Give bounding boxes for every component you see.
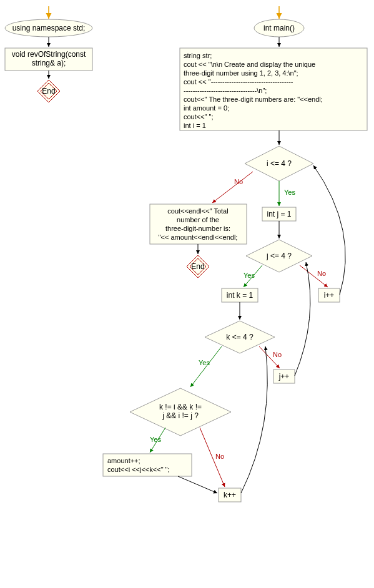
svg-text:j <= 4 ?: j <= 4 ? [266, 252, 292, 260]
main-branch: int main() string str; cout << "\n\n Cre… [103, 6, 367, 502]
namespace-text: using namespace std; [12, 24, 86, 32]
svg-text:int j = 1: int j = 1 [267, 210, 291, 218]
svg-text:cout<<i <<j<<k<<" ";: cout<<i <<j<<k<<" "; [107, 466, 170, 473]
svg-text:three-digit-number is:: three-digit-number is: [165, 225, 230, 232]
svg-text:cout << "\n\n Create and displ: cout << "\n\n Create and display the uni… [184, 61, 315, 68]
svg-text:amount++;: amount++; [107, 457, 140, 464]
svg-text:Yes: Yes [150, 436, 161, 443]
svg-text:i++: i++ [324, 291, 335, 300]
svg-text:i <= 4 ?: i <= 4 ? [267, 159, 292, 168]
svg-text:No: No [273, 351, 282, 358]
svg-text:No: No [234, 178, 243, 185]
svg-text:End: End [191, 262, 204, 271]
svg-text:cout<<" The three-digit number: cout<<" The three-digit numbers are: "<<… [184, 96, 323, 103]
svg-text:int main(): int main() [263, 24, 295, 32]
svg-text:cout<<endl<<" Total: cout<<endl<<" Total [167, 207, 228, 215]
svg-text:cout << "---------------------: cout << "-------------------------------… [184, 78, 293, 86]
svg-text:j++: j++ [278, 372, 290, 381]
svg-text:number of the: number of the [177, 216, 219, 223]
svg-text:k != i && k !=: k != i && k != [159, 403, 202, 411]
svg-text:k++: k++ [224, 491, 236, 499]
svg-text:string& a);: string& a); [32, 59, 66, 67]
svg-text:Yes: Yes [244, 272, 255, 279]
svg-text:cout<<" ";: cout<<" "; [184, 113, 214, 120]
svg-text:three-digit number using 1, 2,: three-digit number using 1, 2, 3, 4:\n"; [184, 69, 298, 77]
svg-text:int k = 1: int k = 1 [227, 291, 253, 300]
svg-text:Yes: Yes [199, 359, 210, 366]
svg-text:string str;: string str; [184, 52, 212, 59]
left-branch: using namespace std; void revOfString(co… [5, 6, 92, 102]
left-end: End [37, 80, 60, 102]
svg-text:No: No [317, 270, 326, 277]
main-end: End [187, 255, 209, 278]
svg-text:int i = 1: int i = 1 [184, 122, 206, 129]
svg-text:No: No [215, 453, 224, 460]
svg-text:j && i != j ?: j && i != j ? [162, 411, 199, 420]
svg-text:int amount = 0;: int amount = 0; [184, 104, 229, 112]
svg-text:k <= 4 ?: k <= 4 ? [226, 333, 253, 341]
svg-text:"<< amount<<endl<<endl;: "<< amount<<endl<<endl; [159, 233, 238, 241]
svg-text:void revOfString(const: void revOfString(const [12, 50, 86, 59]
svg-text:End: End [42, 87, 55, 96]
svg-text:------------------------------: --------------------------------\n"; [184, 87, 267, 94]
svg-text:Yes: Yes [284, 189, 295, 196]
